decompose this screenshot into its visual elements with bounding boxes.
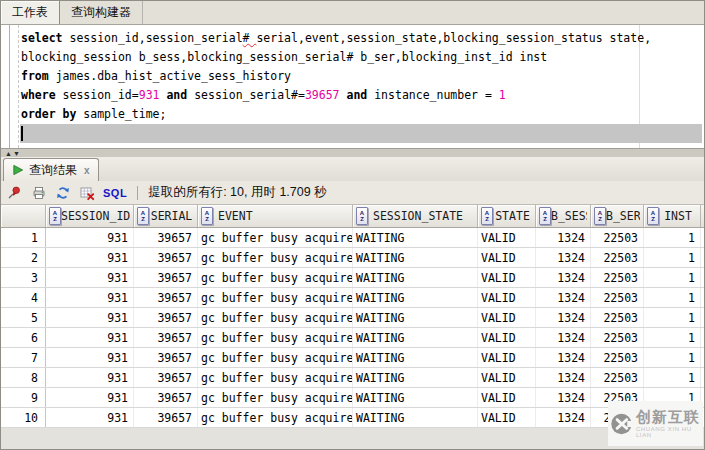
table-cell-state[interactable]: VALID [478, 388, 536, 407]
table-cell-b_sess[interactable]: 1324 [536, 368, 591, 387]
table-cell-b_ser[interactable]: 22503 [591, 348, 644, 367]
splitter-down-icon[interactable]: ▼ [13, 150, 21, 157]
row-number-cell[interactable]: 8 [1, 368, 46, 387]
table-cell-b_sess[interactable]: 1324 [536, 268, 591, 287]
row-number-cell[interactable]: 10 [1, 408, 46, 427]
table-cell-session_state[interactable]: WAITING [353, 408, 478, 427]
table-cell-session_state[interactable]: WAITING [353, 268, 478, 287]
table-cell-session_state[interactable]: WAITING [353, 368, 478, 387]
row-number-cell[interactable]: 1 [1, 228, 46, 247]
table-cell-inst[interactable]: 1 [644, 368, 701, 387]
row-number-cell[interactable]: 3 [1, 268, 46, 287]
table-cell-state[interactable]: VALID [478, 248, 536, 267]
table-cell-state[interactable]: VALID [478, 348, 536, 367]
clear-grid-button[interactable] [78, 184, 95, 201]
refresh-button[interactable] [54, 184, 71, 201]
table-cell-session_id[interactable]: 931 [46, 308, 134, 327]
table-cell-session_state[interactable]: WAITING [353, 228, 478, 247]
row-number-cell[interactable]: 7 [1, 348, 46, 367]
table-cell-event[interactable]: gc buffer busy acquire [198, 348, 353, 367]
table-cell-session_state[interactable]: WAITING [353, 388, 478, 407]
table-cell-inst[interactable]: 1 [644, 328, 701, 347]
table-cell-session_state[interactable]: WAITING [353, 348, 478, 367]
table-cell-event[interactable]: gc buffer busy acquire [198, 328, 353, 347]
table-cell-inst[interactable]: 1 [644, 268, 701, 287]
column-header-event[interactable]: AZEVENT [198, 205, 353, 227]
table-cell-session_id[interactable]: 931 [46, 368, 134, 387]
table-cell-event[interactable]: gc buffer busy acquire [198, 288, 353, 307]
table-cell-serial[interactable]: 39657 [134, 228, 198, 247]
table-cell-b_sess[interactable]: 1324 [536, 328, 591, 347]
column-header-serial[interactable]: AZSERIAL [134, 205, 198, 227]
table-cell-b_sess[interactable]: 1324 [536, 228, 591, 247]
table-cell-serial[interactable]: 39657 [134, 408, 198, 427]
table-cell-session_id[interactable]: 931 [46, 228, 134, 247]
table-cell-b_ser[interactable]: 22503 [591, 368, 644, 387]
table-cell-serial[interactable]: 39657 [134, 348, 198, 367]
print-button[interactable] [30, 184, 47, 201]
table-cell-session_id[interactable]: 931 [46, 348, 134, 367]
column-header-b_ser[interactable]: AZB_SER [591, 205, 644, 227]
table-cell-event[interactable]: gc buffer busy acquire [198, 408, 353, 427]
table-cell-session_state[interactable]: WAITING [353, 288, 478, 307]
table-cell-session_state[interactable]: WAITING [353, 308, 478, 327]
table-cell-serial[interactable]: 39657 [134, 308, 198, 327]
sql-button[interactable]: SQL [103, 187, 127, 199]
table-cell-event[interactable]: gc buffer busy acquire [198, 268, 353, 287]
table-cell-b_sess[interactable]: 1324 [536, 408, 591, 427]
table-cell-serial[interactable]: 39657 [134, 248, 198, 267]
editor-results-splitter[interactable]: ▲ ▼ [1, 148, 704, 157]
column-header-state[interactable]: AZSTATE [478, 205, 536, 227]
table-cell-serial[interactable]: 39657 [134, 368, 198, 387]
table-cell-session_state[interactable]: WAITING [353, 248, 478, 267]
table-cell-b_ser[interactable]: 22503 [591, 288, 644, 307]
table-cell-state[interactable]: VALID [478, 288, 536, 307]
row-number-cell[interactable]: 2 [1, 248, 46, 267]
table-cell-b_ser[interactable]: 22503 [591, 228, 644, 247]
table-cell-inst[interactable]: 1 [644, 308, 701, 327]
table-cell-event[interactable]: gc buffer busy acquire [198, 248, 353, 267]
table-cell-b_ser[interactable]: 22503 [591, 268, 644, 287]
column-header-inst[interactable]: AZINST [644, 205, 701, 227]
table-cell-event[interactable]: gc buffer busy acquire [198, 308, 353, 327]
table-cell-b_ser[interactable]: 22503 [591, 248, 644, 267]
table-cell-b_ser[interactable]: 22503 [591, 328, 644, 347]
column-header-session_state[interactable]: AZSESSION_STATE [353, 205, 478, 227]
tab-worksheet[interactable]: 工作表 [1, 1, 60, 24]
table-cell-inst[interactable]: 1 [644, 228, 701, 247]
table-cell-state[interactable]: VALID [478, 328, 536, 347]
pin-button[interactable] [6, 184, 23, 201]
table-cell-session_state[interactable]: WAITING [353, 328, 478, 347]
row-number-cell[interactable]: 6 [1, 328, 46, 347]
table-cell-serial[interactable]: 39657 [134, 288, 198, 307]
tab-query-builder[interactable]: 查询构建器 [60, 1, 143, 24]
table-cell-b_sess[interactable]: 1324 [536, 348, 591, 367]
table-cell-serial[interactable]: 39657 [134, 328, 198, 347]
table-cell-state[interactable]: VALID [478, 408, 536, 427]
row-number-cell[interactable]: 4 [1, 288, 46, 307]
tab-query-result[interactable]: 查询结果 x [3, 158, 99, 181]
table-cell-event[interactable]: gc buffer busy acquire [198, 368, 353, 387]
table-cell-event[interactable]: gc buffer busy acquire [198, 388, 353, 407]
table-cell-session_id[interactable]: 931 [46, 268, 134, 287]
table-cell-state[interactable]: VALID [478, 228, 536, 247]
table-cell-state[interactable]: VALID [478, 368, 536, 387]
sql-editor[interactable]: select session_id,session_serial# serial… [1, 25, 704, 148]
table-cell-session_id[interactable]: 931 [46, 288, 134, 307]
table-cell-inst[interactable]: 1 [644, 348, 701, 367]
close-icon[interactable]: x [84, 165, 90, 176]
table-cell-b_sess[interactable]: 1324 [536, 308, 591, 327]
table-cell-session_id[interactable]: 931 [46, 408, 134, 427]
row-number-cell[interactable]: 5 [1, 308, 46, 327]
table-cell-serial[interactable]: 39657 [134, 268, 198, 287]
table-cell-state[interactable]: VALID [478, 268, 536, 287]
table-cell-inst[interactable]: 1 [644, 288, 701, 307]
table-cell-session_id[interactable]: 931 [46, 328, 134, 347]
table-cell-b_sess[interactable]: 1324 [536, 388, 591, 407]
splitter-up-icon[interactable]: ▲ [5, 150, 13, 157]
table-cell-session_id[interactable]: 931 [46, 248, 134, 267]
table-cell-b_ser[interactable]: 22503 [591, 308, 644, 327]
table-cell-event[interactable]: gc buffer busy acquire [198, 228, 353, 247]
table-cell-inst[interactable]: 1 [644, 248, 701, 267]
table-cell-state[interactable]: VALID [478, 308, 536, 327]
